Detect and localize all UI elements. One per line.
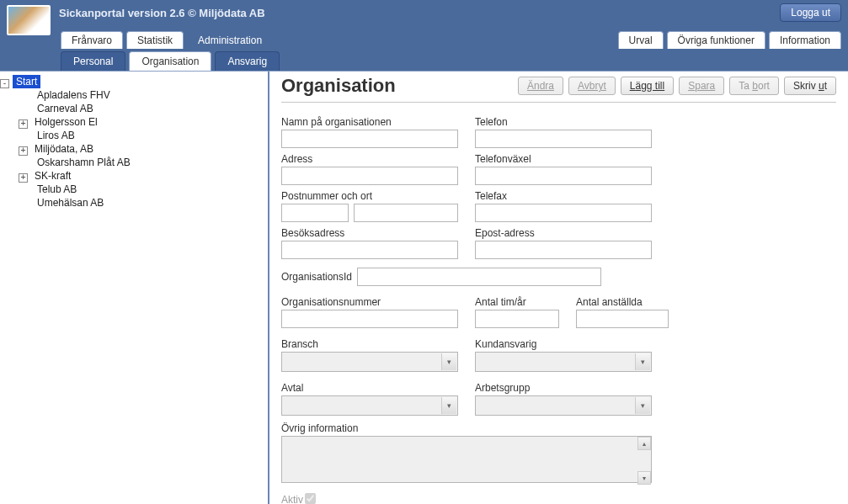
label-org-number: Organisationsnummer <box>281 296 458 308</box>
subtab-personal[interactable]: Personal <box>61 51 125 71</box>
checkbox-active <box>305 493 316 504</box>
tree-item[interactable]: SK-kraft <box>31 169 74 183</box>
label-account-manager: Kundansvarig <box>475 338 652 350</box>
input-fax[interactable] <box>475 204 652 222</box>
tab-ovriga[interactable]: Övriga funktioner <box>667 31 765 49</box>
label-other-info: Övrig information <box>281 422 836 434</box>
combo-workgroup[interactable]: ▾ <box>475 395 652 416</box>
label-industry: Bransch <box>281 338 458 350</box>
tree-item[interactable]: Carneval AB <box>34 102 97 115</box>
tree-item[interactable]: Telub AB <box>34 183 80 196</box>
tab-administration[interactable]: Administration <box>187 31 273 49</box>
input-city[interactable] <box>354 204 458 222</box>
label-org-id: OrganisationsId <box>281 271 352 283</box>
app-logo <box>7 5 51 35</box>
tree-collapse-icon[interactable]: - <box>0 79 9 88</box>
label-fax: Telefax <box>475 190 652 202</box>
label-phone: Telefon <box>475 116 652 128</box>
tree-item[interactable]: Liros AB <box>34 129 78 142</box>
input-visit-address[interactable] <box>281 241 458 259</box>
label-postcode-city: Postnummer och ort <box>281 190 458 202</box>
input-hours-year[interactable] <box>475 310 559 328</box>
label-contract: Avtal <box>281 382 458 394</box>
scroll-down-icon[interactable]: ▾ <box>637 471 651 485</box>
subtab-ansvarig[interactable]: Ansvarig <box>215 51 280 71</box>
tree-expand-icon[interactable]: + <box>19 146 28 156</box>
save-button[interactable]: Spara <box>679 77 724 95</box>
input-org-number[interactable] <box>281 310 458 328</box>
label-org-name: Namn på organisationen <box>281 116 458 128</box>
label-employees: Antal anställda <box>576 296 669 308</box>
logout-button[interactable]: Logga ut <box>780 3 841 22</box>
label-workgroup: Arbetsgrupp <box>475 382 652 394</box>
tab-information[interactable]: Information <box>769 31 841 49</box>
input-email[interactable] <box>475 241 652 259</box>
label-address: Adress <box>281 153 458 165</box>
page-title: Organisation <box>281 75 518 97</box>
tree-item[interactable]: Apladalens FHV <box>34 88 114 102</box>
input-org-id[interactable] <box>357 268 601 286</box>
org-form-panel: Organisation Ändra Avbryt Lägg till Spar… <box>269 72 848 504</box>
app-title: Sickanportal version 2.6 © Miljödata AB <box>59 3 265 19</box>
scroll-up-icon[interactable]: ▴ <box>637 437 651 450</box>
tree-item[interactable]: Holgersson El <box>31 115 101 129</box>
cancel-button[interactable]: Avbryt <box>568 77 616 95</box>
tree-root-label[interactable]: Start <box>13 75 40 88</box>
input-address[interactable] <box>281 167 458 185</box>
chevron-down-icon: ▾ <box>441 397 456 414</box>
tree-expand-icon[interactable]: + <box>19 119 28 129</box>
label-switchboard: Telefonväxel <box>475 153 652 165</box>
input-switchboard[interactable] <box>475 167 652 185</box>
delete-button[interactable]: Ta bort <box>729 77 779 95</box>
input-employees[interactable] <box>576 310 669 328</box>
textarea-other-info[interactable] <box>281 436 652 483</box>
input-phone[interactable] <box>475 130 652 148</box>
tree-expand-icon[interactable]: + <box>19 173 28 183</box>
label-active: Aktiv <box>281 494 303 504</box>
tab-statistik[interactable]: Statistik <box>126 31 184 49</box>
input-postcode[interactable] <box>281 204 349 222</box>
tab-urval[interactable]: Urval <box>618 31 664 49</box>
combo-industry[interactable]: ▾ <box>281 352 458 372</box>
tab-franvaro[interactable]: Frånvaro <box>61 31 123 49</box>
print-button[interactable]: Skriv ut <box>784 77 836 95</box>
chevron-down-icon: ▾ <box>635 353 650 370</box>
tree-item[interactable]: Oskarshamn Plåt AB <box>34 156 134 169</box>
add-button[interactable]: Lägg till <box>621 77 674 95</box>
org-tree-panel: -StartApladalens FHVCarneval AB+Holgerss… <box>0 72 269 504</box>
subtab-organisation[interactable]: Organisation <box>129 51 211 71</box>
tree-item[interactable]: Miljödata, AB <box>31 142 97 156</box>
tree-item[interactable]: Umehälsan AB <box>34 196 107 210</box>
input-org-name[interactable] <box>281 130 458 148</box>
label-email: Epost-adress <box>475 227 652 239</box>
edit-button[interactable]: Ändra <box>518 77 563 95</box>
sub-tab-bar: PersonalOrganisationAnsvarig <box>0 49 848 71</box>
chevron-down-icon: ▾ <box>441 353 456 370</box>
combo-account-manager[interactable]: ▾ <box>475 352 652 372</box>
combo-contract[interactable]: ▾ <box>281 395 458 416</box>
label-hours-year: Antal tim/år <box>475 296 559 308</box>
label-visit-address: Besöksadress <box>281 227 458 239</box>
chevron-down-icon: ▾ <box>635 397 650 414</box>
